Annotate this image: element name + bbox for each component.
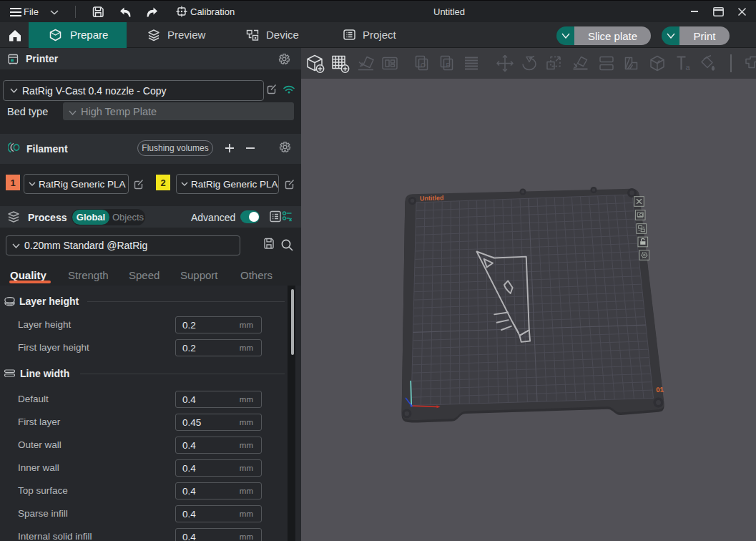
svg-text:01: 01: [656, 385, 664, 394]
svg-text:Untitled: Untitled: [420, 194, 444, 202]
svg-text:O: O: [421, 62, 426, 69]
svg-text:a: a: [685, 63, 690, 72]
svg-text:P: P: [446, 62, 450, 69]
